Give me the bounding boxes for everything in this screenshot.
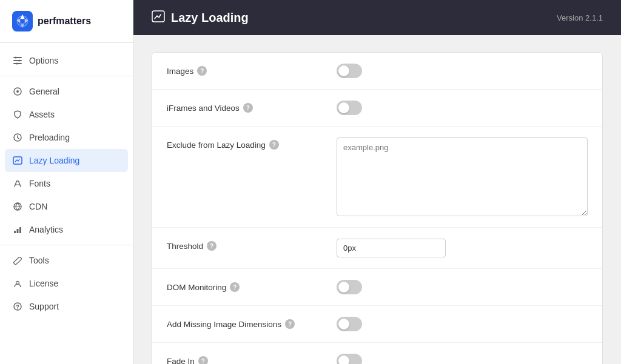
iframes-toggle-slider <box>337 101 362 115</box>
sidebar-item-assets-label: Assets <box>29 110 55 119</box>
fade-in-toggle-slider <box>337 354 362 364</box>
fade-in-label: Fade In <box>167 357 195 365</box>
svg-point-17 <box>17 309 18 309</box>
dom-monitoring-label: DOM Monitoring <box>167 283 226 292</box>
options-icon <box>12 55 23 66</box>
sidebar-item-options[interactable]: Options <box>0 49 133 72</box>
threshold-help-icon[interactable]: ? <box>207 241 217 251</box>
exclude-help-icon[interactable]: ? <box>269 140 279 150</box>
svg-rect-12 <box>14 231 16 233</box>
svg-point-4 <box>15 57 17 59</box>
form-row-fade-in: Fade In ? <box>152 343 602 364</box>
images-label-wrap: Images ? <box>167 64 337 76</box>
svg-rect-0 <box>12 11 33 31</box>
sidebar-item-support[interactable]: Support <box>0 295 133 318</box>
support-icon <box>12 301 23 312</box>
threshold-label: Threshold <box>167 242 203 251</box>
sidebar-nav: Options General Assets Preloading <box>0 43 133 364</box>
sidebar-item-license[interactable]: License <box>0 272 133 295</box>
cdn-icon <box>12 201 23 212</box>
svg-point-8 <box>16 90 19 93</box>
form-row-threshold: Threshold ? <box>152 228 602 269</box>
svg-rect-13 <box>17 229 19 233</box>
images-toggle-slider <box>337 64 362 78</box>
dom-monitoring-control <box>337 280 362 294</box>
header-page-icon <box>152 10 165 26</box>
missing-dims-toggle-slider <box>337 317 362 331</box>
dom-monitoring-help-icon[interactable]: ? <box>230 282 240 292</box>
svg-rect-2 <box>13 60 22 61</box>
header-version: Version 2.1.1 <box>557 13 603 22</box>
form-row-images: Images ? <box>152 53 602 90</box>
sidebar-item-cdn[interactable]: CDN <box>0 195 133 218</box>
threshold-input[interactable] <box>337 239 446 257</box>
sidebar-item-lazy-loading[interactable]: Lazy Loading <box>5 149 128 172</box>
sidebar-item-license-label: License <box>29 279 58 288</box>
nav-divider-2 <box>0 245 133 245</box>
sidebar-item-assets[interactable]: Assets <box>0 103 133 126</box>
svg-point-5 <box>19 60 21 62</box>
fade-in-toggle[interactable] <box>337 354 362 364</box>
settings-card: Images ? iFrames and Videos ? <box>152 52 603 364</box>
svg-rect-14 <box>19 227 21 233</box>
iframes-help-icon[interactable]: ? <box>243 103 253 113</box>
header-title-group: Lazy Loading <box>152 10 249 26</box>
assets-icon <box>12 109 23 120</box>
images-label: Images <box>167 67 193 76</box>
threshold-control <box>337 239 446 257</box>
form-row-dom-monitoring: DOM Monitoring ? <box>152 269 602 306</box>
missing-dims-label-wrap: Add Missing Image Dimensions ? <box>167 317 337 329</box>
sidebar: perfmatters Options General Assets <box>0 0 133 364</box>
fade-in-help-icon[interactable]: ? <box>198 356 208 364</box>
header-title: Lazy Loading <box>171 11 249 25</box>
general-icon <box>12 86 23 97</box>
iframes-toggle[interactable] <box>337 101 362 115</box>
sidebar-item-options-label: Options <box>29 56 58 65</box>
form-row-missing-dims: Add Missing Image Dimensions ? <box>152 306 602 343</box>
lazy-loading-icon <box>12 155 23 166</box>
missing-dims-help-icon[interactable]: ? <box>285 319 295 329</box>
form-row-iframes: iFrames and Videos ? <box>152 90 602 127</box>
license-icon <box>12 278 23 289</box>
svg-point-6 <box>16 63 18 65</box>
exclude-textarea[interactable] <box>337 137 588 216</box>
sidebar-item-general[interactable]: General <box>0 80 133 103</box>
images-toggle[interactable] <box>337 64 362 78</box>
images-control <box>337 64 362 78</box>
fade-in-control <box>337 354 362 364</box>
svg-rect-1 <box>13 57 22 58</box>
sidebar-item-fonts[interactable]: Fonts <box>0 172 133 195</box>
exclude-control <box>337 137 588 216</box>
logo-icon <box>12 11 33 31</box>
missing-dims-toggle[interactable] <box>337 317 362 331</box>
logo-area: perfmatters <box>0 0 133 43</box>
exclude-label: Exclude from Lazy Loading <box>167 141 266 150</box>
sidebar-item-fonts-label: Fonts <box>29 179 50 188</box>
nav-divider-1 <box>0 76 133 76</box>
iframes-control <box>337 101 362 115</box>
dom-monitoring-toggle-slider <box>337 280 362 294</box>
sidebar-item-lazy-loading-label: Lazy Loading <box>29 156 79 165</box>
preloading-icon <box>12 132 23 143</box>
main-header: Lazy Loading Version 2.1.1 <box>133 0 621 35</box>
dom-monitoring-toggle[interactable] <box>337 280 362 294</box>
fonts-icon <box>12 178 23 189</box>
missing-dims-label: Add Missing Image Dimensions <box>167 320 281 329</box>
sidebar-item-support-label: Support <box>29 302 59 311</box>
iframes-label-wrap: iFrames and Videos ? <box>167 101 337 113</box>
tools-icon <box>12 255 23 266</box>
sidebar-item-tools-label: Tools <box>29 256 49 265</box>
sidebar-item-preloading-label: Preloading <box>29 133 70 142</box>
main-area: Lazy Loading Version 2.1.1 Images ? <box>133 0 621 364</box>
sidebar-item-preloading[interactable]: Preloading <box>0 126 133 149</box>
dom-monitoring-label-wrap: DOM Monitoring ? <box>167 280 337 292</box>
sidebar-item-analytics[interactable]: Analytics <box>0 218 133 241</box>
analytics-icon <box>12 224 23 235</box>
iframes-label: iFrames and Videos <box>167 104 240 113</box>
sidebar-item-tools[interactable]: Tools <box>0 249 133 272</box>
sidebar-item-analytics-label: Analytics <box>29 225 63 234</box>
images-help-icon[interactable]: ? <box>197 66 207 76</box>
missing-dims-control <box>337 317 362 331</box>
form-row-exclude: Exclude from Lazy Loading ? <box>152 127 602 228</box>
exclude-label-wrap: Exclude from Lazy Loading ? <box>167 137 337 150</box>
